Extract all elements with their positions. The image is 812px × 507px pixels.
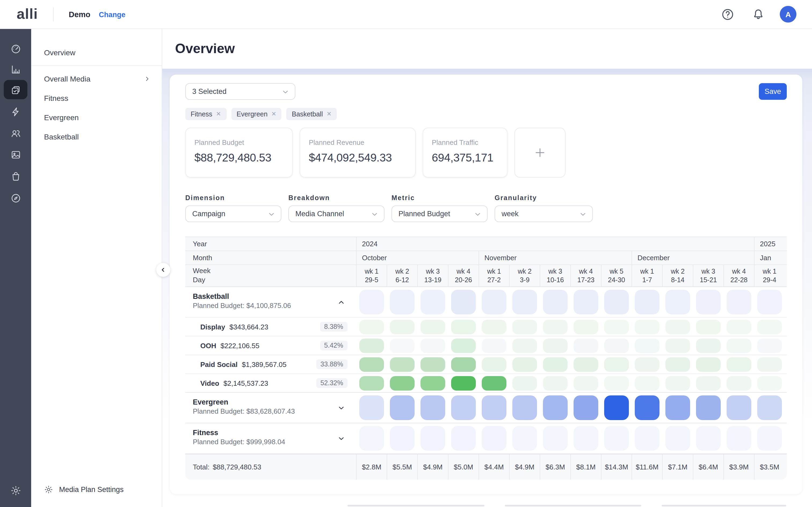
chevron-down-icon[interactable] bbox=[337, 435, 345, 443]
filter-value: Media Channel bbox=[295, 210, 344, 218]
content-panel: 3 Selected Save Fitness✕Evergreen✕Basket… bbox=[162, 69, 812, 507]
automation-bolt-icon[interactable] bbox=[0, 101, 31, 122]
heatmap-cells bbox=[356, 318, 787, 336]
heatmap-cell-slot bbox=[601, 318, 631, 336]
heatmap-cell-slot bbox=[417, 393, 448, 423]
selected-tag[interactable]: Basketball✕ bbox=[287, 108, 337, 120]
heatmap-cell bbox=[451, 357, 475, 372]
heatmap-cell bbox=[696, 395, 720, 420]
heatmap-cell-slot bbox=[631, 423, 662, 453]
filter-label: Granularity bbox=[495, 194, 593, 202]
save-button[interactable]: Save bbox=[759, 83, 787, 100]
week-number: wk 4 bbox=[579, 267, 593, 276]
heatmap-cell-slot bbox=[693, 336, 723, 355]
filter-select-granularity[interactable]: week bbox=[495, 206, 593, 222]
chevron-up-icon[interactable] bbox=[337, 298, 345, 306]
heatmap-cell bbox=[635, 426, 659, 451]
heatmap-cell-slot bbox=[540, 318, 570, 336]
channel-name: OOH bbox=[200, 341, 216, 349]
total-column-value: $2.8M bbox=[356, 454, 387, 480]
help-icon[interactable] bbox=[721, 7, 735, 21]
sidebar-item-overview[interactable]: Overview bbox=[31, 43, 162, 62]
remove-tag-icon[interactable]: ✕ bbox=[271, 111, 276, 117]
notifications-bell-icon[interactable] bbox=[751, 7, 765, 21]
dashboard-icon[interactable] bbox=[0, 38, 31, 58]
group-row-evergreen[interactable]: EvergreenPlanned Budget: $83,628,607.43 bbox=[185, 392, 787, 423]
heatmap-cell-slot bbox=[693, 355, 723, 374]
sidebar-item-label: Evergreen bbox=[44, 113, 79, 122]
campaign-multiselect[interactable]: 3 Selected bbox=[185, 83, 295, 100]
filter-select-dimension[interactable]: Campaign bbox=[185, 206, 282, 222]
selected-tag[interactable]: Evergreen✕ bbox=[231, 108, 282, 120]
week-days: 17-23 bbox=[577, 276, 595, 285]
heatmap-cell-slot bbox=[754, 318, 784, 336]
group-name: Evergreen bbox=[193, 398, 356, 406]
week-day-header-label: WeekDay bbox=[185, 265, 356, 286]
reports-bar-chart-icon[interactable] bbox=[0, 59, 31, 79]
heatmap-cell bbox=[481, 426, 506, 451]
gear-icon bbox=[44, 485, 53, 494]
media-plan-icon[interactable] bbox=[0, 80, 31, 100]
heatmap-cell bbox=[696, 426, 720, 451]
sidebar-item-evergreen[interactable]: Evergreen bbox=[31, 108, 162, 127]
table-month-row: MonthOctoberNovemberDecemberJan bbox=[185, 251, 787, 265]
heatmap-cell bbox=[726, 320, 751, 334]
heatmap-cell-slot bbox=[356, 423, 387, 453]
chevron-down-icon[interactable] bbox=[337, 404, 345, 412]
heatmap-cell-slot bbox=[417, 336, 448, 355]
shopping-bag-icon[interactable] bbox=[0, 166, 31, 186]
group-budget: Planned Budget: $999,998.04 bbox=[193, 438, 356, 446]
heatmap-cell-slot bbox=[662, 374, 693, 392]
add-metric-button[interactable] bbox=[514, 128, 565, 178]
heatmap-cell bbox=[481, 376, 506, 390]
heatmap-cell bbox=[757, 320, 782, 334]
filter-select-metric[interactable]: Planned Budget bbox=[392, 206, 488, 222]
heatmap-cell bbox=[512, 338, 537, 353]
total-column-value: $3.5M bbox=[754, 454, 784, 480]
user-avatar[interactable]: A bbox=[780, 6, 797, 22]
total-column-value: $4.9M bbox=[417, 454, 448, 480]
sidebar-collapse-button[interactable] bbox=[156, 263, 170, 277]
change-workspace-link[interactable]: Change bbox=[99, 11, 125, 19]
remove-tag-icon[interactable]: ✕ bbox=[326, 111, 332, 117]
rail-settings-gear-icon[interactable] bbox=[0, 480, 31, 501]
week-label: Week bbox=[193, 267, 210, 276]
heatmap-cell bbox=[481, 357, 506, 372]
heatmap-cell bbox=[573, 338, 598, 353]
explore-compass-icon[interactable] bbox=[0, 188, 31, 208]
sidebar-item-basketball[interactable]: Basketball bbox=[31, 127, 162, 147]
heatmap-cell-slot bbox=[540, 423, 570, 453]
heatmap-cell-slot bbox=[631, 318, 662, 336]
heatmap-cells bbox=[356, 374, 787, 392]
audiences-users-icon[interactable] bbox=[0, 123, 31, 143]
heatmap-cell bbox=[390, 320, 414, 334]
creative-image-icon[interactable] bbox=[0, 144, 31, 165]
sidebar-item-label: Fitness bbox=[44, 94, 68, 103]
heatmap-cell bbox=[543, 376, 567, 390]
total-value: $88,729,480.53 bbox=[213, 463, 261, 471]
channel-label-cell: Paid Social$1,389,567.0533.88% bbox=[185, 355, 356, 374]
metric-value: $88,729,480.53 bbox=[194, 151, 284, 164]
selected-tag[interactable]: Fitness✕ bbox=[185, 108, 226, 120]
tag-label: Basketball bbox=[292, 110, 323, 118]
heatmap-cells bbox=[356, 355, 787, 374]
group-row-basketball[interactable]: BasketballPlanned Budget: $4,100,875.06 bbox=[185, 286, 787, 318]
heatmap-cell-slot bbox=[509, 336, 540, 355]
filter-select-breakdown[interactable]: Media Channel bbox=[288, 206, 385, 222]
table-total-row: Total:$88,729,480.53$2.8M$5.5M$4.9M$5.0M… bbox=[185, 454, 787, 480]
heatmap-cell-slot bbox=[631, 355, 662, 374]
heatmap-cell bbox=[604, 395, 628, 420]
group-row-fitness[interactable]: FitnessPlanned Budget: $999,998.04 bbox=[185, 423, 787, 454]
sidebar-item-fitness[interactable]: Fitness bbox=[31, 89, 162, 108]
heatmap-cell-slot bbox=[601, 423, 631, 453]
heatmap-cell bbox=[451, 395, 475, 420]
heatmap-cell bbox=[481, 338, 506, 353]
week-days: 15-21 bbox=[700, 276, 717, 285]
heatmap-cell-slot bbox=[723, 336, 754, 355]
sidebar-item-overall-media[interactable]: Overall Media bbox=[31, 69, 162, 89]
remove-tag-icon[interactable]: ✕ bbox=[216, 111, 221, 117]
filter-value: Campaign bbox=[192, 210, 225, 218]
media-plan-settings-button[interactable]: Media Plan Settings bbox=[31, 479, 162, 500]
week-number: wk 3 bbox=[701, 267, 715, 276]
heatmap-cell bbox=[665, 320, 690, 334]
